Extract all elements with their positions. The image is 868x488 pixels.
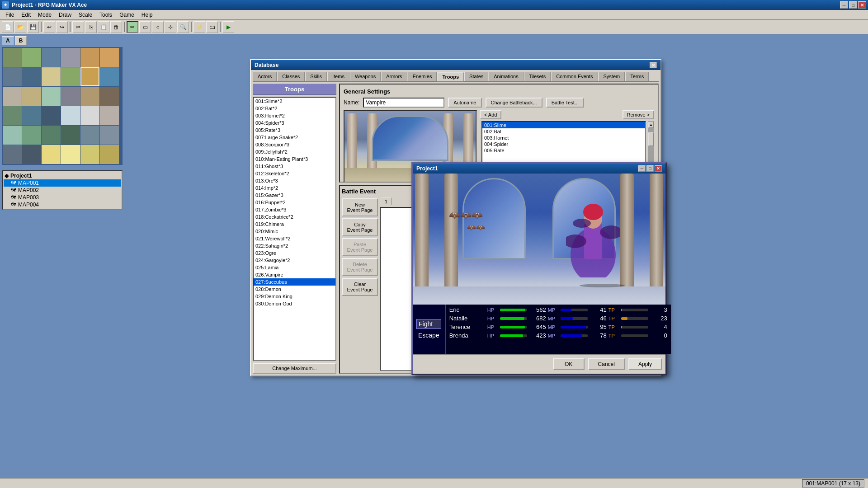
change-maximum-button[interactable]: Change Maximum... [253, 363, 336, 374]
ok-button[interactable]: OK [553, 358, 585, 370]
menu-tools[interactable]: Tools [96, 11, 116, 19]
scroll-thumb[interactable] [648, 132, 654, 146]
enemy-list-item[interactable]: 004:Spider [482, 141, 645, 147]
troop-list-item[interactable]: 002:Bat*2 [254, 105, 335, 112]
toolbar-redo[interactable]: ↪ [56, 21, 68, 33]
tab-system[interactable]: System [599, 72, 625, 81]
troop-list-item[interactable]: 028:Demon [254, 286, 335, 293]
battle-menu-escape[interactable]: Escape [416, 331, 441, 340]
tile-21[interactable] [61, 106, 80, 125]
tile-23[interactable] [100, 106, 119, 125]
toolbar-delete[interactable]: 🗑 [110, 21, 122, 33]
troop-list-item[interactable]: 001:Slime*2 [254, 98, 335, 105]
toolbar-events[interactable]: ⚡ [193, 21, 205, 33]
cancel-button[interactable]: Cancel [588, 358, 625, 370]
tile-28[interactable] [80, 126, 99, 145]
delete-event-page-button[interactable]: DeleteEvent Page [342, 258, 378, 276]
tile-30[interactable] [3, 145, 22, 164]
toolbar-open[interactable]: 📂 [14, 21, 26, 33]
name-input[interactable] [363, 98, 444, 108]
tab-states[interactable]: States [464, 72, 488, 81]
tile-18[interactable] [3, 106, 22, 125]
menu-game[interactable]: Game [116, 11, 138, 19]
tab-skills[interactable]: Skills [305, 72, 327, 81]
event-page-tab[interactable]: 1 [381, 197, 392, 205]
troop-list-item[interactable]: 017:Zombie*3 [254, 206, 335, 213]
toolbar-cut[interactable]: ✂ [72, 21, 84, 33]
troop-list-item[interactable]: 009:Jellyfish*2 [254, 148, 335, 155]
tile-33[interactable] [61, 145, 80, 164]
menu-draw[interactable]: Draw [55, 11, 75, 19]
tile-34[interactable] [80, 145, 99, 164]
project-map002[interactable]: 🗺 MAP002 [4, 187, 121, 194]
troop-list-item[interactable]: 026:Vampire [254, 271, 335, 278]
toolbar-undo[interactable]: ↩ [43, 21, 55, 33]
toolbar-pencil[interactable]: ✏ [127, 21, 138, 33]
tile-7[interactable] [22, 67, 41, 86]
troop-list-item[interactable]: 005:Rate*3 [254, 127, 335, 134]
troop-list-item[interactable]: 023:Ogre [254, 249, 335, 257]
tab-classes[interactable]: Classes [277, 72, 305, 81]
troop-list-item[interactable]: 021:Werewolf*2 [254, 235, 335, 242]
tile-5[interactable] [100, 48, 119, 67]
close-button[interactable]: ✕ [858, 1, 866, 9]
tile-tab-b[interactable]: B [15, 36, 27, 45]
remove-enemy-button[interactable]: Remove > [623, 110, 654, 119]
tile-1[interactable] [22, 48, 41, 67]
tile-3[interactable] [61, 48, 80, 67]
enemy-list-item[interactable]: 001:Slime [482, 122, 645, 128]
troop-list-item[interactable]: 004:Spider*3 [254, 119, 335, 127]
clear-event-page-button[interactable]: ClearEvent Page [342, 278, 378, 296]
tile-24[interactable] [3, 126, 22, 145]
troop-list-item[interactable]: 011:Ghost*3 [254, 163, 335, 170]
apply-button[interactable]: Apply [628, 358, 662, 370]
toolbar-db[interactable]: 🗃 [206, 21, 218, 33]
tab-tilesets[interactable]: Tilesets [524, 72, 551, 81]
new-event-page-button[interactable]: NewEvent Page [342, 198, 378, 216]
troop-list-item[interactable]: 020:Mimic [254, 228, 335, 235]
troop-list-item[interactable]: 010:Man-Eating Plant*3 [254, 155, 335, 163]
change-battleback-button[interactable]: Change Battleback... [486, 98, 542, 108]
tab-enemies[interactable]: Enemies [408, 72, 437, 81]
tab-weapons[interactable]: Weapons [350, 72, 381, 81]
minimize-button[interactable]: ─ [840, 1, 848, 9]
troop-list-item[interactable]: 019:Chimera [254, 221, 335, 228]
tile-2[interactable] [42, 48, 61, 67]
tile-31[interactable] [22, 145, 41, 164]
add-enemy-button[interactable]: < Add [480, 110, 501, 119]
tile-9[interactable] [61, 67, 80, 86]
menu-file[interactable]: File [2, 11, 18, 19]
troop-list-item[interactable]: 007:Large Snake*2 [254, 134, 335, 141]
paste-event-page-button[interactable]: PasteEvent Page [342, 238, 378, 256]
troop-list-item[interactable]: 003:Hornet*2 [254, 112, 335, 119]
database-close-button[interactable]: ✕ [650, 62, 657, 68]
toolbar-select[interactable]: ⊹ [165, 21, 176, 33]
tab-terms[interactable]: Terms [625, 72, 649, 81]
project-map003[interactable]: 🗺 MAP003 [4, 194, 121, 201]
troop-list-item[interactable]: 015:Gazer*3 [254, 192, 335, 199]
project-map001[interactable]: 🗺 MAP001 [4, 179, 121, 187]
troop-list-item[interactable]: 014:Imp*2 [254, 184, 335, 192]
battle-dialog-close[interactable]: ✕ [655, 165, 662, 172]
troop-list-item[interactable]: 029:Demon King [254, 293, 335, 300]
tab-actors[interactable]: Actors [253, 72, 277, 81]
tile-25[interactable] [22, 126, 41, 145]
tile-13[interactable] [22, 87, 41, 106]
tile-20[interactable] [42, 106, 61, 125]
tab-common-events[interactable]: Common Events [551, 72, 598, 81]
toolbar-zoom[interactable]: 🔍 [177, 21, 189, 33]
copy-event-page-button[interactable]: CopyEvent Page [342, 218, 378, 236]
tile-16[interactable] [80, 87, 99, 106]
toolbar-paste[interactable]: 📋 [98, 21, 109, 33]
troop-list-item[interactable]: 030:Demon God [254, 300, 335, 307]
tile-22[interactable] [80, 106, 99, 125]
tile-8[interactable] [42, 67, 61, 86]
toolbar-save[interactable]: 💾 [27, 21, 39, 33]
troop-list-item[interactable]: 027:Succubus [254, 278, 335, 286]
tab-armors[interactable]: Armors [381, 72, 407, 81]
project-map004[interactable]: 🗺 MAP004 [4, 201, 121, 208]
troop-list-item[interactable]: 025:Lamia [254, 264, 335, 271]
menu-scale[interactable]: Scale [75, 11, 96, 19]
scroll-up[interactable]: ▲ [648, 122, 654, 128]
enemy-list-item[interactable]: 002:Bat [482, 128, 645, 135]
